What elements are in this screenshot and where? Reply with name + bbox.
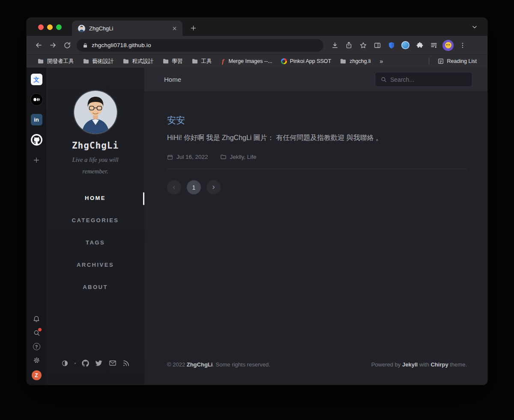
sidebar-nav: HOME CATEGORIES TAGS ARCHIVES ABOUT — [46, 187, 144, 298]
bookmarks-bar: 開發者工具 藝術設計 程式設計 學習 工具 f Merge Images --.… — [27, 54, 487, 68]
minimize-window-button[interactable] — [47, 24, 53, 30]
adblock-shield-icon[interactable] — [384, 38, 398, 52]
github-link-icon[interactable] — [82, 360, 89, 367]
linkedin-icon[interactable]: in — [31, 114, 42, 125]
site-footer: © 2022 ZhgChgLi. Some rights reserved. P… — [144, 354, 487, 385]
tab-title: ZhgChgLi — [89, 25, 167, 32]
search-box[interactable] — [375, 72, 472, 87]
site-title[interactable]: ZhgChgLi — [72, 140, 119, 151]
new-tab-button[interactable] — [186, 21, 200, 35]
bookmark-folder-devtools[interactable]: 開發者工具 — [33, 57, 78, 66]
add-app-button[interactable] — [31, 154, 42, 166]
browser-tab[interactable]: ZhgChgLi — [72, 21, 182, 36]
bookmark-folder-tools[interactable]: 工具 — [188, 57, 216, 66]
tab-close-icon[interactable] — [170, 24, 178, 32]
tab-search-chevron-icon[interactable] — [467, 19, 482, 35]
browser-toolbar: zhgchgli0718.github.io — [27, 36, 487, 54]
google-favicon-icon — [281, 58, 287, 64]
download-button[interactable] — [328, 38, 342, 52]
post-categories[interactable]: Jeklly, Life — [220, 154, 257, 160]
active-nav-indicator — [143, 192, 144, 205]
github-icon[interactable] — [31, 134, 42, 146]
address-bar[interactable]: zhgchgli0718.github.io — [77, 39, 323, 52]
settings-gear-icon[interactable] — [33, 357, 40, 364]
folder-icon — [191, 58, 198, 65]
bookmarks-overflow-chevron[interactable]: » — [377, 58, 386, 65]
sidebar-item-categories[interactable]: CATEGORIES — [46, 209, 144, 231]
jekyll-link[interactable]: Jekyll — [402, 361, 418, 368]
bookmark-merge-images[interactable]: f Merge Images --... — [217, 57, 276, 66]
app-dock: 文 in — [27, 68, 46, 385]
category-folder-icon — [220, 154, 227, 160]
sidebar-item-home[interactable]: HOME — [46, 187, 144, 209]
calendar-icon — [167, 154, 173, 160]
profile-avatar[interactable] — [442, 40, 454, 51]
page-number-button[interactable]: 1 — [187, 180, 201, 194]
side-panel-button[interactable] — [370, 38, 384, 52]
help-icon[interactable]: ? — [33, 343, 40, 350]
rss-link-icon[interactable] — [123, 360, 130, 367]
reading-list-button[interactable]: Reading List — [433, 57, 481, 66]
email-link-icon[interactable] — [109, 359, 117, 367]
prev-page-button[interactable] — [167, 180, 181, 194]
bookmark-folder-learning[interactable]: 學習 — [158, 57, 187, 66]
share-button[interactable] — [342, 38, 356, 52]
zoom-window-button[interactable] — [56, 24, 62, 30]
post-list: 安安 HiHi! 你好啊 我是 ZhgChgLi 圖片： 有任何問題及指教歡迎 … — [144, 91, 487, 354]
folder-icon — [37, 58, 44, 65]
search-icon — [380, 76, 387, 83]
divider — [167, 169, 467, 169]
post-meta: Jul 16, 2022 Jeklly, Life — [167, 154, 467, 160]
medium-icon[interactable] — [31, 94, 42, 105]
sidebar-item-about[interactable]: ABOUT — [46, 276, 144, 298]
lock-icon[interactable] — [83, 43, 88, 48]
profile-photo[interactable] — [73, 90, 118, 134]
chevron-right-icon — [211, 185, 216, 190]
playlist-extension-icon[interactable] — [427, 38, 441, 52]
sidebar-bottom-icons — [61, 359, 130, 385]
divider — [429, 58, 429, 65]
bookmark-folder-art[interactable]: 藝術設計 — [79, 57, 118, 66]
tab-strip: ZhgChgLi — [27, 18, 487, 36]
next-page-button[interactable] — [206, 180, 221, 194]
folder-icon — [83, 58, 90, 65]
close-window-button[interactable] — [38, 24, 44, 30]
browser-window: ZhgChgLi zhgchgli0718.github.io — [27, 18, 487, 385]
sidebar-item-tags[interactable]: TAGS — [46, 231, 144, 253]
post-title-link[interactable]: 安安 — [167, 114, 185, 126]
copyright-text: © 2022 ZhgChgLi. Some rights reserved. — [167, 361, 270, 368]
post-date: Jul 16, 2022 — [167, 154, 208, 160]
bookmark-pinkoi-ssot[interactable]: Pinkoi App SSOT — [277, 57, 335, 66]
search-sidebar-icon[interactable] — [33, 329, 40, 337]
pagination: 1 — [167, 180, 467, 194]
bookmark-star-button[interactable] — [356, 38, 370, 52]
extension-circle-icon[interactable] — [398, 38, 412, 52]
twitter-link-icon[interactable] — [95, 359, 103, 367]
traffic-lights — [27, 24, 72, 36]
reading-list-icon — [437, 58, 444, 65]
dot-separator — [75, 363, 76, 364]
forward-button[interactable] — [46, 38, 60, 52]
menu-kebab-button[interactable] — [455, 38, 469, 52]
folder-icon — [123, 58, 129, 65]
reload-button[interactable] — [60, 38, 74, 52]
notifications-bell-icon[interactable] — [33, 315, 40, 323]
url-text: zhgchgli0718.github.io — [92, 42, 151, 48]
sidebar-item-archives[interactable]: ARCHIVES — [46, 253, 144, 276]
site-sidebar: ZhgChgLi Live a life you will remember. … — [46, 68, 144, 385]
bookmark-folder-programming[interactable]: 程式設計 — [119, 57, 158, 66]
search-input[interactable] — [390, 76, 467, 83]
back-button[interactable] — [32, 38, 46, 52]
account-avatar[interactable]: Z — [32, 370, 42, 380]
breadcrumb[interactable]: Home — [164, 76, 181, 83]
extensions-puzzle-button[interactable] — [412, 38, 427, 52]
google-translate-icon[interactable]: 文 — [31, 74, 42, 85]
bookmark-folder-zhgchgli[interactable]: zhgchg.li — [336, 57, 374, 66]
theme-toggle-icon[interactable] — [61, 360, 69, 367]
site-name-link[interactable]: ZhgChgLi — [187, 361, 213, 368]
site-topbar: Home — [144, 68, 487, 91]
post-excerpt: HiHi! 你好啊 我是 ZhgChgLi 圖片： 有任何問題及指教歡迎 與我聯… — [167, 132, 467, 143]
chevron-left-icon — [171, 185, 177, 190]
chirpy-link[interactable]: Chirpy — [430, 361, 448, 368]
site-main: Home 安安 HiHi! 你好啊 我是 ZhgChgLi 圖片： 有任何問題及… — [144, 68, 487, 385]
